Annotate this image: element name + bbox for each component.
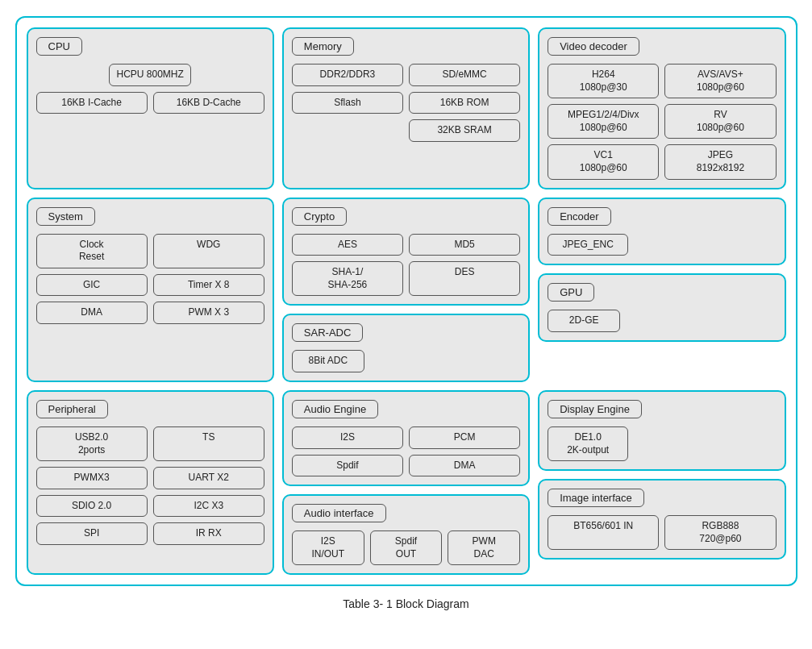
encoder-gpu-col: Encoder JPEG_ENC GPU 2D-GE	[538, 198, 785, 382]
sys-item-1: WDG	[153, 234, 264, 268]
audio-interface-block: Audio interface I2SIN/OUT SpdifOUT PWMDA…	[282, 494, 530, 575]
cpu-hcpu-row: HCPU 800MHZ	[36, 64, 264, 86]
audio-col: Audio Engine I2S PCM Spdif DMA Audio int…	[282, 390, 530, 575]
main-container: CPU HCPU 800MHZ 16KB I-Cache 16KB D-Cach…	[15, 16, 797, 586]
cpu-inner: HCPU 800MHZ 16KB I-Cache 16KB D-Cache	[36, 64, 264, 114]
audio-iface-item-1: SpdifOUT	[370, 530, 443, 565]
image-interface-title: Image interface	[548, 489, 644, 507]
cpu-block: CPU HCPU 800MHZ 16KB I-Cache 16KB D-Cach…	[27, 27, 274, 189]
vd-item-2: MPEG1/2/4/Divx1080p@60	[548, 104, 659, 139]
dcache-box: 16KB D-Cache	[153, 92, 264, 114]
sys-item-0: ClockReset	[36, 234, 148, 268]
vd-item-4: VC11080p@60	[548, 144, 659, 179]
memory-grid: DDR2/DDR3 SD/eMMC Sflash 16KB ROM 32KB S…	[292, 64, 520, 142]
image-interface-grid: BT656/601 IN RGB888720@p60	[548, 515, 776, 550]
sys-item-5: PWM X 3	[153, 302, 264, 324]
encoder-item-0: JPEG_ENC	[548, 234, 628, 256]
audio-interface-grid: I2SIN/OUT SpdifOUT PWMDAC	[292, 530, 520, 565]
audio-engine-item-3: DMA	[409, 455, 520, 477]
crypto-grid: AES MD5 SHA-1/SHA-256 DES	[292, 234, 520, 297]
peri-item-0: USB2.02ports	[36, 426, 148, 461]
sar-adc-title: SAR-ADC	[292, 323, 364, 342]
memory-title: Memory	[292, 37, 354, 56]
image-interface-block: Image interface BT656/601 IN RGB888720@p…	[538, 479, 785, 560]
img-iface-item-0: BT656/601 IN	[548, 515, 659, 550]
peri-item-3: UART X2	[153, 467, 264, 489]
crypto-block: Crypto AES MD5 SHA-1/SHA-256 DES	[282, 198, 530, 306]
crypto-item-1: MD5	[409, 234, 520, 256]
crypto-item-3: DES	[409, 261, 520, 296]
system-block: System ClockReset WDG GIC Timer X 8 DMA …	[27, 198, 274, 382]
audio-engine-item-1: PCM	[409, 426, 520, 449]
peri-item-4: SDIO 2.0	[36, 495, 148, 518]
gpu-title: GPU	[548, 283, 594, 302]
peripheral-grid: USB2.02ports TS PWMX3 UART X2 SDIO 2.0 I…	[36, 426, 264, 545]
cpu-title: CPU	[36, 37, 82, 56]
memory-block: Memory DDR2/DDR3 SD/eMMC Sflash 16KB ROM…	[282, 27, 530, 189]
crypto-item-0: AES	[292, 234, 403, 256]
display-engine-title: Display Engine	[548, 400, 642, 418]
block-grid: CPU HCPU 800MHZ 16KB I-Cache 16KB D-Cach…	[27, 27, 786, 575]
audio-engine-item-2: Spdif	[292, 455, 403, 477]
vd-item-0: H2641080p@30	[548, 64, 659, 98]
vd-item-3: RV1080p@60	[664, 104, 776, 139]
vd-item-5: JPEG8192x8192	[664, 144, 776, 179]
peri-item-1: TS	[153, 426, 264, 461]
encoder-grid: JPEG_ENC	[548, 234, 776, 256]
ddr-box: DDR2/DDR3	[292, 64, 403, 86]
audio-engine-grid: I2S PCM Spdif DMA	[292, 426, 520, 476]
audio-interface-title: Audio interface	[292, 504, 386, 522]
audio-iface-item-0: I2SIN/OUT	[292, 530, 364, 565]
peripheral-title: Peripheral	[36, 400, 108, 418]
sar-adc-block: SAR-ADC 8Bit ADC	[282, 314, 530, 382]
video-decoder-block: Video decoder H2641080p@30 AVS/AVS+1080p…	[538, 27, 785, 189]
peri-item-5: I2C X3	[153, 495, 264, 518]
display-engine-item-0: DE1.02K-output	[548, 426, 628, 461]
peri-item-7: IR RX	[153, 522, 264, 545]
crypto-saradc-col: Crypto AES MD5 SHA-1/SHA-256 DES SAR-ADC…	[282, 198, 530, 382]
rom-box: 16KB ROM	[409, 92, 520, 114]
peripheral-block: Peripheral USB2.02ports TS PWMX3 UART X2…	[27, 390, 274, 575]
gpu-item-0: 2D-GE	[548, 310, 620, 332]
sram-box: 32KB SRAM	[409, 119, 520, 142]
audio-engine-block: Audio Engine I2S PCM Spdif DMA	[282, 390, 530, 486]
cpu-hcpu-box: HCPU 800MHZ	[109, 64, 190, 86]
icache-box: 16KB I-Cache	[36, 92, 148, 114]
system-title: System	[36, 207, 95, 226]
crypto-title: Crypto	[292, 207, 347, 226]
video-decoder-title: Video decoder	[548, 37, 639, 56]
sys-item-3: Timer X 8	[153, 274, 264, 297]
sram-wrapper: 32KB SRAM	[409, 119, 520, 142]
crypto-item-2: SHA-1/SHA-256	[292, 261, 403, 296]
vd-item-1: AVS/AVS+1080p@60	[664, 64, 776, 98]
sd-box: SD/eMMC	[409, 64, 520, 86]
sflash-box: Sflash	[292, 92, 403, 114]
img-iface-item-1: RGB888720@p60	[664, 515, 776, 550]
audio-iface-item-2: PWMDAC	[448, 530, 520, 565]
peri-item-2: PWMX3	[36, 467, 148, 489]
display-engine-block: Display Engine DE1.02K-output	[538, 390, 785, 471]
display-engine-grid: DE1.02K-output	[548, 426, 776, 461]
system-grid: ClockReset WDG GIC Timer X 8 DMA PWM X 3	[36, 234, 264, 324]
encoder-block: Encoder JPEG_ENC	[538, 198, 785, 266]
gpu-grid: 2D-GE	[548, 310, 776, 332]
peri-item-6: SPI	[36, 522, 148, 545]
sys-item-2: GIC	[36, 274, 148, 297]
cpu-caches: 16KB I-Cache 16KB D-Cache	[36, 92, 264, 114]
sys-item-4: DMA	[36, 302, 148, 324]
encoder-title: Encoder	[548, 207, 610, 226]
sar-adc-item-0: 8Bit ADC	[292, 350, 364, 372]
caption: Table 3- 1 Block Diagram	[343, 597, 468, 610]
video-decoder-grid: H2641080p@30 AVS/AVS+1080p@60 MPEG1/2/4/…	[548, 64, 776, 180]
display-image-col: Display Engine DE1.02K-output Image inte…	[538, 390, 785, 575]
audio-engine-title: Audio Engine	[292, 400, 378, 418]
gpu-block: GPU 2D-GE	[538, 273, 785, 342]
audio-engine-item-0: I2S	[292, 426, 403, 449]
sar-adc-grid: 8Bit ADC	[292, 350, 520, 372]
